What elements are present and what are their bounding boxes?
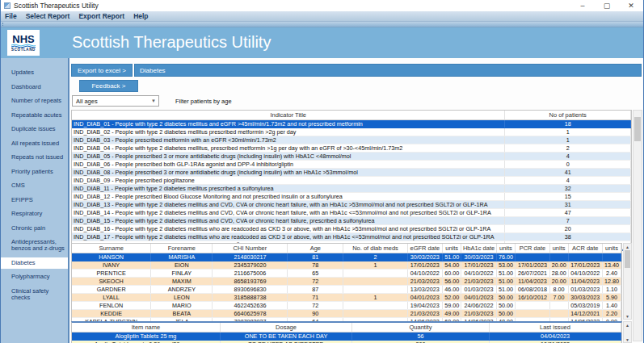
scroll-up-icon[interactable]: ▲ <box>624 244 631 249</box>
cell-acr_date: 04/10/2022 <box>568 269 602 277</box>
cell-meds: 1 <box>343 261 408 269</box>
sidebar-item-diabetes[interactable]: Diabetes <box>1 257 68 269</box>
cell-title: IND_DIAB_03 - People prescribed metformi… <box>72 136 505 144</box>
cell-acr_units: 12.80 <box>603 277 621 285</box>
scroll-handle[interactable] <box>625 250 630 268</box>
cell-egfr_date: 21/03/2023 <box>407 277 442 285</box>
cell-quantity: 56 <box>352 332 490 340</box>
scroll-down-icon[interactable]: ▼ <box>624 313 631 319</box>
cell-hba1c_units: 51.00 <box>496 277 516 285</box>
cell-title: IND_DIAB_17 - People with type 2 diabete… <box>72 232 505 241</box>
age-filter-select[interactable]: All ages ▼ <box>72 95 159 107</box>
indicator-row[interactable]: IND_DIAB_09 - People prescribed pioglita… <box>72 176 631 184</box>
minimize-icon[interactable]: – <box>570 0 595 11</box>
item-row[interactable]: Alogliptin Tablets 25 mgONE TO BE TAKEN … <box>72 332 621 340</box>
sidebar-item-all-repeats-issued[interactable]: All repeats issued <box>1 138 68 149</box>
export-to-excel-button[interactable]: Export to excel > <box>71 64 133 77</box>
indicator-row[interactable]: IND_DIAB_05 - People prescribed 3 or mor… <box>72 152 631 160</box>
sidebar-item-number-of-repeats[interactable]: Number of repeats <box>1 95 68 107</box>
sidebar-item-dashboard[interactable]: Dashboard <box>1 82 68 93</box>
indicator-row[interactable]: IND_DIAB_04 - People with type 2 diabete… <box>72 144 631 152</box>
cell-count: 31 <box>505 200 631 208</box>
menu-export-report[interactable]: Export Report <box>78 12 124 20</box>
item-row[interactable]: Apollo Twist Lancets 0.36 mm/28 gaugeTO … <box>72 340 621 343</box>
maximize-icon[interactable]: ▢ <box>595 0 619 11</box>
window-title: Scottish Therapeutics Utility <box>14 2 570 10</box>
scroll-down-icon[interactable]: ▼ <box>624 337 631 342</box>
column-header: No. of diab meds <box>343 244 408 253</box>
sidebar-item-efipps[interactable]: EFIPPS <box>1 195 68 206</box>
cell-surname: KEDDIE <box>72 309 151 317</box>
sidebar-item-antidepressants-benzos-and-z-drugs[interactable]: Antidepressants, benzos and z-drugs <box>1 236 68 254</box>
cell-egfr_date: 17/01/2023 <box>407 261 442 269</box>
cell-count: 1 <box>505 136 631 144</box>
cell-egfr_date: 19/04/2023 <box>407 301 442 309</box>
cell-title: IND_DIAB_11 - People with type 2 diabete… <box>72 184 505 192</box>
patient-row[interactable]: HANSONMARISHA214803021781230/03/202351.0… <box>72 253 621 261</box>
patient-row[interactable]: SKEOCHMAXIM86581937697221/03/202356.0021… <box>72 277 621 285</box>
cell-meds <box>343 277 408 285</box>
cell-forename: FINLAY <box>151 269 213 277</box>
form-scrollbar[interactable] <box>633 110 642 341</box>
indicator-row[interactable]: IND_DIAB_08 - People prescribed 3 or mor… <box>72 168 631 176</box>
sidebar-item-polypharmacy[interactable]: Polypharmacy <box>1 271 68 282</box>
indicator-row[interactable]: IND_DIAB_02 - People with type 2 diabete… <box>72 128 631 136</box>
sidebar-item-cms[interactable]: CMS <box>1 180 68 191</box>
cell-name: Apollo Twist Lancets 0.36 mm/28 gauge <box>72 340 220 343</box>
patient-row[interactable]: KEDDIEBEATA66406259789021/03/202349.0021… <box>72 309 621 317</box>
cell-age: 71 <box>288 293 343 301</box>
cell-quantity: 200 <box>352 340 490 343</box>
cell-forename: MARIO <box>151 301 213 309</box>
sidebar-item-clinical-safety-checks[interactable]: Clinical safety checks <box>1 286 68 303</box>
sidebar-item-priority-patients[interactable]: Priority patients <box>1 166 68 178</box>
sidebar-item-repeats-not-issued[interactable]: Repeats not issued <box>1 152 68 163</box>
indicator-row[interactable]: IND_DIAB_14 - People with type 2 diabete… <box>72 208 631 216</box>
patient-row[interactable]: FENLONMARIO46224526367219/04/202359.0024… <box>72 301 621 309</box>
item-table-scrollbar[interactable]: ▲ ▼ <box>623 321 632 343</box>
sidebar-item-updates[interactable]: Updates <box>1 67 68 78</box>
patient-row[interactable]: IVANYEION234537902078117/01/202354.0017/… <box>72 261 621 269</box>
indicator-row[interactable]: IND_DIAB_12 - People prescribed Blood Gl… <box>72 192 631 200</box>
sidebar-item-repeatable-acutes[interactable]: Repeatable acutes <box>1 110 68 121</box>
sidebar-item-respiratory[interactable]: Respiratory <box>1 208 68 220</box>
indicator-row[interactable]: IND_DIAB_06 - People prescribed both GLP… <box>72 160 631 168</box>
scroll-up-icon[interactable]: ▲ <box>624 322 631 328</box>
close-icon[interactable]: ✕ <box>619 0 643 11</box>
cell-egfr_date: 04/10/2022 <box>407 269 442 277</box>
sidebar-item-duplicate-issues[interactable]: Duplicate issues <box>1 123 68 135</box>
cell-title: IND_DIAB_06 - People prescribed both GLP… <box>72 160 505 168</box>
cell-hba1c_units: 50.00 <box>496 309 516 317</box>
indicator-row[interactable]: IND_DIAB_03 - People prescribed metformi… <box>72 136 631 144</box>
cell-meds <box>343 301 408 309</box>
cell-title: IND_DIAB_09 - People prescribed pioglita… <box>72 176 505 184</box>
cell-pcr_units: 8.00 <box>549 285 568 293</box>
feedback-button[interactable]: Feedback > <box>79 80 138 92</box>
indicator-row[interactable]: IND_DIAB_13 - People with type 2 diabete… <box>72 200 631 208</box>
cell-dosage: TO BE USED AS DIRECTED <box>220 340 351 343</box>
indicator-row[interactable]: IND_DIAB_15 - People with type 2 diabete… <box>72 216 631 224</box>
menu-help[interactable]: Help <box>133 12 148 20</box>
cell-hba1c_date: 21/03/2023 <box>461 309 496 317</box>
indicator-row[interactable]: IND_DIAB_11 - People with type 2 diabete… <box>72 184 631 192</box>
patient-row[interactable]: GARDNERANDRZEY89306968308713/03/202346.0… <box>72 285 621 293</box>
patient-table-scrollbar[interactable]: ▲ ▼ <box>623 243 632 320</box>
patient-row[interactable]: LYALLLEON318588873871104/01/202352.0004/… <box>72 293 621 301</box>
cell-acr_units <box>603 253 621 261</box>
menu-file[interactable]: File <box>5 12 17 20</box>
indicator-row[interactable]: IND_DIAB_17 - People with type 2 diabete… <box>72 232 631 241</box>
cell-egfr_units: 52.00 <box>442 293 461 301</box>
sidebar-item-chronic-pain[interactable]: Chronic pain <box>1 223 68 234</box>
patient-row[interactable]: PRENTICEFINLAY21166750066504/10/202260.0… <box>72 269 621 277</box>
cell-acr_units: 2.40 <box>603 269 621 277</box>
scroll-handle[interactable] <box>634 117 641 141</box>
cell-chi: 2345379020 <box>213 261 288 269</box>
menu-select-report[interactable]: Select Report <box>26 12 70 20</box>
column-header: ACR date <box>568 244 602 253</box>
column-header: units <box>603 244 621 253</box>
indicator-row[interactable]: IND_DIAB_16 - People with type 2 diabete… <box>72 224 631 232</box>
cell-title: IND_DIAB_08 - People prescribed 3 or mor… <box>72 168 505 176</box>
indicator-row[interactable]: IND_DIAB_01 - People with type 2 diabete… <box>72 119 631 128</box>
cell-egfr_units: 49.00 <box>442 309 461 317</box>
cell-acr_date: 17/01/2023 <box>568 261 602 269</box>
cell-age: 65 <box>288 269 343 277</box>
